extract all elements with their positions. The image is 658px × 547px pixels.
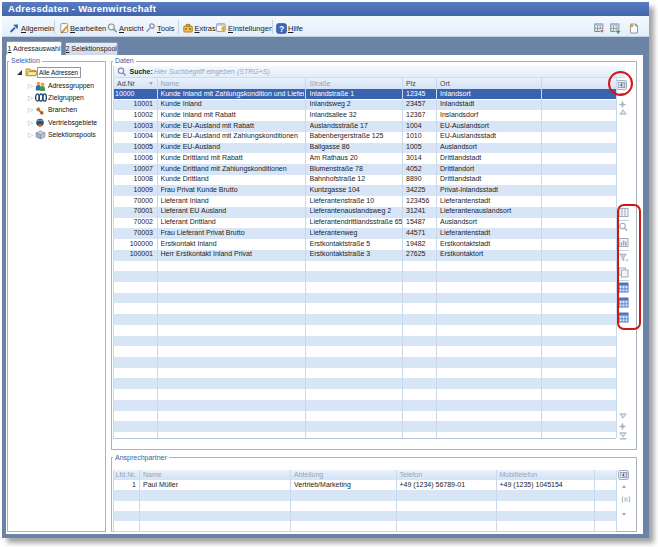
svg-text:?: ? [279,24,284,34]
